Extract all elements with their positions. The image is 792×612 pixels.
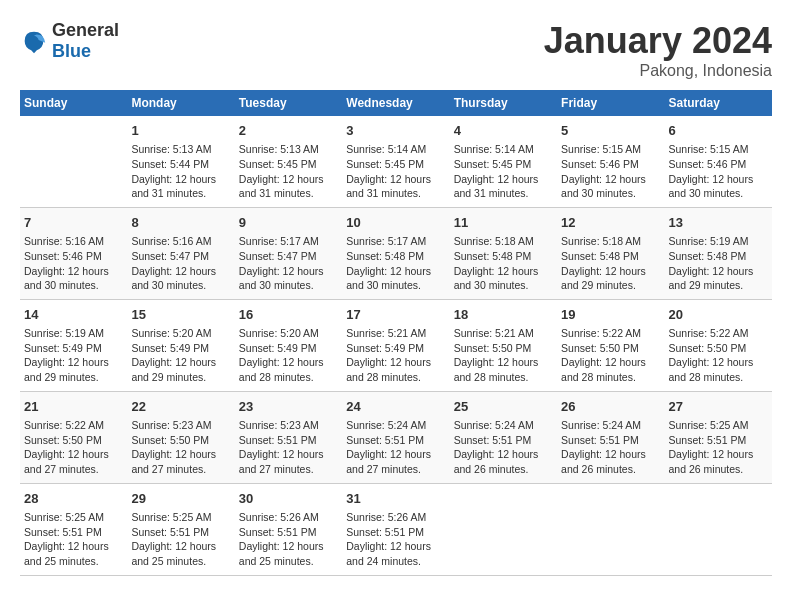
day-info: Sunset: 5:47 PM — [239, 249, 338, 264]
day-info: Daylight: 12 hours — [131, 355, 230, 370]
day-info: Sunset: 5:47 PM — [131, 249, 230, 264]
calendar-body: 1Sunrise: 5:13 AMSunset: 5:44 PMDaylight… — [20, 116, 772, 575]
logo-icon — [20, 27, 48, 55]
day-info: Daylight: 12 hours — [131, 447, 230, 462]
day-info: Sunset: 5:51 PM — [24, 525, 123, 540]
header-friday: Friday — [557, 90, 664, 116]
calendar-cell: 9Sunrise: 5:17 AMSunset: 5:47 PMDaylight… — [235, 207, 342, 299]
day-info: Sunset: 5:51 PM — [669, 433, 768, 448]
day-info: Sunrise: 5:25 AM — [24, 510, 123, 525]
day-info: Daylight: 12 hours — [669, 447, 768, 462]
day-info: and 30 minutes. — [669, 186, 768, 201]
day-info: Daylight: 12 hours — [346, 447, 445, 462]
calendar-cell: 13Sunrise: 5:19 AMSunset: 5:48 PMDayligh… — [665, 207, 772, 299]
day-info: and 30 minutes. — [24, 278, 123, 293]
day-info: Daylight: 12 hours — [24, 355, 123, 370]
day-info: Daylight: 12 hours — [669, 355, 768, 370]
calendar-cell: 10Sunrise: 5:17 AMSunset: 5:48 PMDayligh… — [342, 207, 449, 299]
day-info: Daylight: 12 hours — [239, 447, 338, 462]
day-info: Sunrise: 5:22 AM — [669, 326, 768, 341]
day-info: and 31 minutes. — [239, 186, 338, 201]
day-info: Sunset: 5:45 PM — [346, 157, 445, 172]
calendar-cell: 12Sunrise: 5:18 AMSunset: 5:48 PMDayligh… — [557, 207, 664, 299]
day-info: Sunrise: 5:17 AM — [239, 234, 338, 249]
day-number: 22 — [131, 398, 230, 416]
day-number: 25 — [454, 398, 553, 416]
day-number: 6 — [669, 122, 768, 140]
main-title: January 2024 — [544, 20, 772, 62]
day-info: Daylight: 12 hours — [346, 355, 445, 370]
day-info: Daylight: 12 hours — [669, 264, 768, 279]
calendar-header: SundayMondayTuesdayWednesdayThursdayFrid… — [20, 90, 772, 116]
day-info: Sunset: 5:51 PM — [346, 525, 445, 540]
day-info: Sunrise: 5:22 AM — [561, 326, 660, 341]
day-info: Sunset: 5:51 PM — [454, 433, 553, 448]
day-info: Sunset: 5:50 PM — [669, 341, 768, 356]
day-number: 12 — [561, 214, 660, 232]
day-info: and 25 minutes. — [24, 554, 123, 569]
calendar-cell: 23Sunrise: 5:23 AMSunset: 5:51 PMDayligh… — [235, 391, 342, 483]
day-number: 31 — [346, 490, 445, 508]
header-saturday: Saturday — [665, 90, 772, 116]
calendar-cell: 8Sunrise: 5:16 AMSunset: 5:47 PMDaylight… — [127, 207, 234, 299]
day-info: Sunrise: 5:22 AM — [24, 418, 123, 433]
day-number: 24 — [346, 398, 445, 416]
day-info: Sunset: 5:46 PM — [24, 249, 123, 264]
calendar-cell: 24Sunrise: 5:24 AMSunset: 5:51 PMDayligh… — [342, 391, 449, 483]
header-sunday: Sunday — [20, 90, 127, 116]
day-info: and 26 minutes. — [561, 462, 660, 477]
subtitle: Pakong, Indonesia — [544, 62, 772, 80]
calendar-cell: 28Sunrise: 5:25 AMSunset: 5:51 PMDayligh… — [20, 483, 127, 575]
day-info: and 31 minutes. — [346, 186, 445, 201]
day-info: and 30 minutes. — [346, 278, 445, 293]
day-info: Daylight: 12 hours — [561, 447, 660, 462]
day-number: 7 — [24, 214, 123, 232]
day-number: 19 — [561, 306, 660, 324]
day-info: Daylight: 12 hours — [454, 355, 553, 370]
day-info: Sunset: 5:50 PM — [561, 341, 660, 356]
day-info: and 29 minutes. — [131, 370, 230, 385]
calendar-cell: 21Sunrise: 5:22 AMSunset: 5:50 PMDayligh… — [20, 391, 127, 483]
day-info: and 28 minutes. — [669, 370, 768, 385]
calendar-cell: 6Sunrise: 5:15 AMSunset: 5:46 PMDaylight… — [665, 116, 772, 207]
day-info: Daylight: 12 hours — [454, 264, 553, 279]
day-info: Daylight: 12 hours — [561, 172, 660, 187]
day-info: Sunset: 5:49 PM — [131, 341, 230, 356]
day-number: 21 — [24, 398, 123, 416]
day-info: Sunrise: 5:24 AM — [561, 418, 660, 433]
day-info: Sunrise: 5:15 AM — [669, 142, 768, 157]
day-info: Daylight: 12 hours — [24, 264, 123, 279]
day-number: 15 — [131, 306, 230, 324]
day-info: Daylight: 12 hours — [131, 539, 230, 554]
day-info: Sunrise: 5:19 AM — [669, 234, 768, 249]
day-info: Daylight: 12 hours — [239, 172, 338, 187]
day-info: and 26 minutes. — [454, 462, 553, 477]
day-info: and 30 minutes. — [131, 278, 230, 293]
calendar-cell: 7Sunrise: 5:16 AMSunset: 5:46 PMDaylight… — [20, 207, 127, 299]
calendar-cell: 11Sunrise: 5:18 AMSunset: 5:48 PMDayligh… — [450, 207, 557, 299]
calendar-cell: 31Sunrise: 5:26 AMSunset: 5:51 PMDayligh… — [342, 483, 449, 575]
day-info: and 30 minutes. — [454, 278, 553, 293]
calendar-cell — [557, 483, 664, 575]
calendar-cell: 26Sunrise: 5:24 AMSunset: 5:51 PMDayligh… — [557, 391, 664, 483]
day-info: Daylight: 12 hours — [239, 539, 338, 554]
day-number: 23 — [239, 398, 338, 416]
calendar-cell: 19Sunrise: 5:22 AMSunset: 5:50 PMDayligh… — [557, 299, 664, 391]
day-number: 5 — [561, 122, 660, 140]
logo-blue: Blue — [52, 41, 91, 61]
day-info: Sunset: 5:48 PM — [454, 249, 553, 264]
week-row-2: 7Sunrise: 5:16 AMSunset: 5:46 PMDaylight… — [20, 207, 772, 299]
day-info: Sunset: 5:51 PM — [239, 525, 338, 540]
day-info: Daylight: 12 hours — [669, 172, 768, 187]
calendar-cell: 15Sunrise: 5:20 AMSunset: 5:49 PMDayligh… — [127, 299, 234, 391]
day-info: Sunrise: 5:17 AM — [346, 234, 445, 249]
day-number: 16 — [239, 306, 338, 324]
day-info: Daylight: 12 hours — [24, 539, 123, 554]
day-info: Daylight: 12 hours — [131, 264, 230, 279]
logo: General Blue — [20, 20, 119, 62]
day-info: Daylight: 12 hours — [131, 172, 230, 187]
day-info: Daylight: 12 hours — [239, 264, 338, 279]
day-info: Daylight: 12 hours — [454, 172, 553, 187]
day-number: 29 — [131, 490, 230, 508]
day-info: and 26 minutes. — [669, 462, 768, 477]
